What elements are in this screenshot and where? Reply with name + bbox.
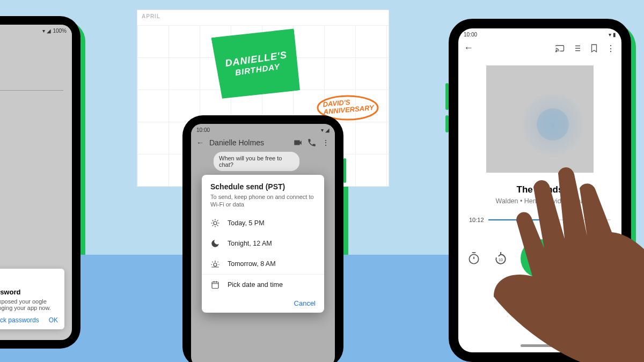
wifi-icon: ▾ [42, 28, 45, 34]
cast-icon[interactable] [555, 43, 565, 53]
cancel-button[interactable]: Cancel [202, 295, 324, 311]
option-label: Tonight, 12 AM [228, 240, 272, 247]
password-warning-card: ange your password on a site or app expo… [0, 269, 64, 329]
progress-bar[interactable]: 10:12 [469, 217, 611, 223]
calendar-month-label: APRIL [142, 13, 160, 19]
moon-icon [210, 239, 220, 248]
svg-rect-3 [212, 282, 218, 288]
card-title: ange your password [0, 288, 58, 296]
tap-ripple [521, 92, 585, 157]
bookmark-icon[interactable] [589, 43, 599, 53]
schedule-option-tonight[interactable]: Tonight, 12 AM [202, 233, 324, 254]
svg-point-4 [556, 51, 557, 52]
card-body: on a site or app exposed your oogle reco… [0, 298, 58, 311]
battery-label: 100% [53, 28, 67, 34]
skip-forward-button[interactable]: 30 [572, 252, 586, 265]
check-passwords-button[interactable]: Check passwords [0, 316, 39, 324]
dialog-subtitle: To send, keep phone on and connect to Wi… [202, 191, 324, 213]
option-label: Today, 5 PM [228, 219, 265, 227]
sticky-note: DANIELLE'S BIRTHDAY [211, 26, 302, 101]
incoming-message: When will you be free to chat? [214, 152, 299, 171]
gesture-bar[interactable] [521, 344, 559, 347]
sunrise-icon [210, 259, 220, 269]
schedule-option-custom[interactable]: Pick date and time [202, 275, 324, 295]
album-art [486, 65, 594, 173]
ok-button[interactable]: OK [49, 316, 58, 324]
svg-text:30: 30 [577, 257, 581, 262]
page-title: p [0, 57, 63, 71]
schedule-option-tomorrow[interactable]: Tomorrow, 8 AM [202, 254, 324, 274]
skip-back-button[interactable]: 10 [494, 252, 508, 265]
sun-icon [210, 218, 220, 228]
status-time: 10:00 [464, 32, 477, 38]
option-label: Tomorrow, 8 AM [228, 260, 276, 268]
signal-icon: ◢ [325, 127, 330, 133]
conversation-header: ← Danielle Holmes ⋮ [191, 136, 335, 150]
option-label: Pick date and time [228, 281, 283, 289]
elapsed-time: 10:12 [469, 217, 484, 223]
schedule-send-dialog: Schedule send (PST) To send, keep phone … [202, 175, 324, 313]
contact-name[interactable]: Danielle Holmes [209, 138, 289, 147]
phone-audiobook-player: 10:00 ▾ ▮ ← ⋮ The Ponds Walden • Henry D… [449, 19, 631, 362]
svg-text:10: 10 [499, 257, 503, 262]
svg-point-1 [214, 221, 217, 225]
chapters-icon[interactable] [572, 43, 582, 53]
site-url: oogle.com [0, 80, 63, 88]
back-icon[interactable]: ← [195, 138, 205, 147]
signal-icon: ◢ [47, 28, 51, 34]
more-icon[interactable]: ⋮ [606, 43, 616, 53]
phone-password-checkup: 10:00 ▾ ◢ 100% p oogle.com ange your pas… [0, 16, 80, 349]
wifi-icon: ▾ [609, 32, 611, 38]
svg-point-2 [214, 263, 217, 266]
sleep-timer-button[interactable] [467, 252, 481, 265]
video-call-icon[interactable] [293, 138, 303, 147]
back-icon[interactable]: ← [464, 42, 473, 54]
play-button[interactable] [521, 239, 559, 278]
more-icon[interactable]: ⋮ [321, 138, 331, 147]
dialog-title: Schedule send (PST) [202, 182, 324, 191]
phone-call-icon[interactable] [307, 138, 317, 147]
scrubber-handle[interactable] [543, 218, 547, 222]
wifi-icon: ▾ [321, 127, 324, 133]
track-title: The Ponds [458, 184, 621, 195]
status-time: 10:00 [196, 127, 210, 133]
schedule-option-today[interactable]: Today, 5 PM [202, 213, 324, 233]
battery-icon: ▮ [613, 32, 616, 38]
calendar-icon [210, 280, 220, 290]
phone-messages: 10:00 ▾ ◢ ← Danielle Holmes ⋮ When will … [182, 115, 343, 362]
track-subtitle: Walden • Henry David Thorea [458, 197, 621, 205]
